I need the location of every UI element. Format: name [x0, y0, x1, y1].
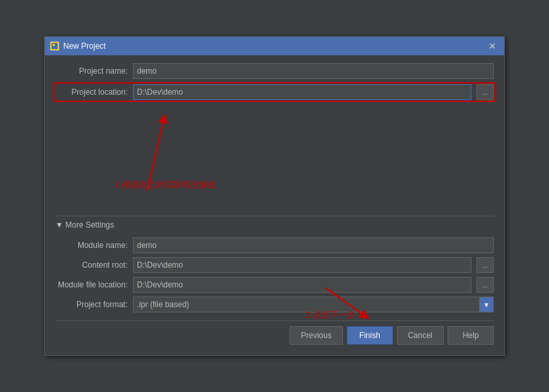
svg-line-3	[326, 288, 365, 316]
finish-button[interactable]: Finish	[347, 326, 393, 345]
previous-button[interactable]: Previous	[290, 326, 343, 345]
title-bar: New Project ✕	[45, 37, 504, 55]
arrow2-svg	[313, 285, 392, 321]
new-project-dialog: New Project ✕ Project name: Project loca…	[44, 36, 505, 356]
module-name-input[interactable]	[133, 237, 494, 253]
project-location-label: Project location:	[55, 87, 128, 97]
project-format-label: Project format:	[55, 300, 128, 309]
content-root-label: Content root:	[55, 260, 128, 270]
module-file-input[interactable]	[133, 277, 471, 293]
module-name-label: Module name:	[55, 241, 128, 250]
dialog-icon	[50, 41, 59, 51]
help-button[interactable]: Help	[448, 326, 494, 345]
annotation-area: 1.根据自己的实际情况修改	[55, 105, 494, 210]
dialog-title: New Project	[63, 41, 106, 51]
module-file-browse-button[interactable]: ...	[477, 277, 494, 293]
project-location-wrapper: Project location: ...	[55, 84, 494, 100]
module-file-label: Module file location:	[55, 280, 128, 289]
module-name-row: Module name:	[55, 237, 494, 253]
project-name-label: Project name:	[55, 66, 128, 76]
button-row: Previous Finish Cancel Help	[55, 320, 494, 347]
project-name-row: Project name:	[55, 63, 494, 79]
content-root-row: Content root: ...	[55, 257, 494, 273]
project-format-row: Project format: .ipr (file based) .idea …	[55, 297, 494, 312]
close-button[interactable]: ✕	[486, 41, 499, 51]
cancel-button[interactable]: Cancel	[397, 326, 444, 345]
more-settings-header: ▼ More Settings	[55, 216, 494, 230]
button-row-wrapper: 2.点击下一步 Previous Finish Cancel Help	[55, 318, 494, 347]
project-location-row: Project location: ...	[55, 84, 494, 100]
title-bar-left: New Project	[50, 41, 106, 51]
more-settings-body: Module name: Content root: ... Module fi…	[55, 235, 494, 312]
project-location-browse-button[interactable]: ...	[477, 84, 494, 100]
project-name-input[interactable]	[133, 63, 494, 79]
project-location-input[interactable]	[133, 84, 471, 100]
module-file-row: Module file location: ...	[55, 277, 494, 293]
content-root-input[interactable]	[133, 257, 471, 273]
more-settings-label: ▼ More Settings	[55, 220, 114, 230]
content-root-browse-button[interactable]: ...	[477, 257, 494, 273]
annotation-step1-text: 1.根据自己的实际情况修改	[115, 179, 216, 191]
svg-rect-1	[53, 44, 55, 46]
dialog-body: Project name: Project location: ...	[45, 55, 504, 355]
